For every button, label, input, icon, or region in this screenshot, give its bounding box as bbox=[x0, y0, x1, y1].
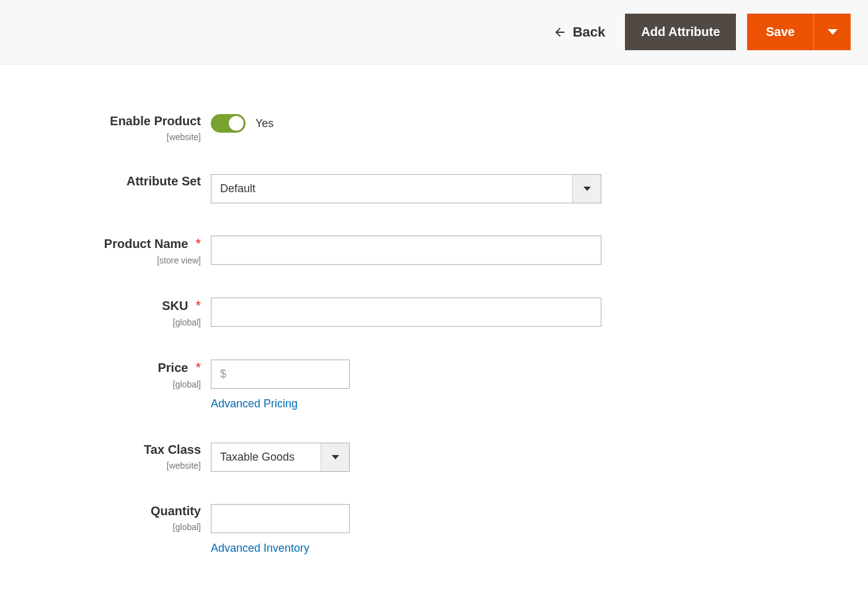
caret-down-icon bbox=[827, 29, 838, 36]
product-name-input[interactable] bbox=[211, 236, 601, 265]
top-toolbar: Back Add Attribute Save bbox=[0, 0, 868, 64]
advanced-inventory-link[interactable]: Advanced Inventory bbox=[211, 542, 350, 555]
product-name-scope: [store view] bbox=[25, 255, 201, 265]
enable-product-label: Enable Product bbox=[110, 114, 201, 128]
product-name-label: Product Name bbox=[104, 237, 188, 251]
enable-product-scope: [website] bbox=[25, 132, 201, 142]
save-button[interactable]: Save bbox=[747, 14, 813, 50]
required-star-icon: * bbox=[195, 236, 201, 252]
field-product-name: Product Name * [store view] bbox=[25, 236, 657, 265]
attribute-set-value: Default bbox=[211, 175, 572, 203]
price-scope: [global] bbox=[25, 379, 201, 389]
price-input[interactable] bbox=[211, 360, 350, 389]
toggle-knob bbox=[229, 116, 244, 131]
caret-down-icon bbox=[583, 186, 591, 192]
advanced-pricing-link[interactable]: Advanced Pricing bbox=[211, 397, 350, 410]
add-attribute-button[interactable]: Add Attribute bbox=[625, 14, 736, 50]
sku-scope: [global] bbox=[25, 317, 201, 327]
product-form: Enable Product [website] Yes Attribute S… bbox=[0, 64, 682, 615]
save-button-group: Save bbox=[747, 14, 851, 50]
back-button-label: Back bbox=[573, 24, 606, 40]
field-tax-class: Tax Class [website] Taxable Goods bbox=[25, 443, 657, 472]
tax-class-value: Taxable Goods bbox=[211, 443, 321, 471]
field-price: Price * [global] Advanced Pricing bbox=[25, 360, 657, 410]
arrow-left-icon bbox=[553, 25, 567, 39]
price-label: Price bbox=[158, 361, 188, 375]
tax-class-scope: [website] bbox=[25, 461, 201, 471]
enable-product-value: Yes bbox=[255, 117, 273, 130]
field-sku: SKU * [global] bbox=[25, 298, 657, 327]
attribute-set-label: Attribute Set bbox=[126, 174, 201, 188]
tax-class-caret bbox=[321, 443, 349, 471]
required-star-icon: * bbox=[195, 360, 201, 376]
sku-label: SKU bbox=[162, 299, 188, 313]
field-enable-product: Enable Product [website] Yes bbox=[25, 114, 657, 142]
attribute-set-caret bbox=[572, 175, 601, 203]
tax-class-label: Tax Class bbox=[144, 443, 201, 457]
field-attribute-set: Attribute Set Default bbox=[25, 174, 657, 203]
tax-class-select[interactable]: Taxable Goods bbox=[211, 443, 350, 472]
quantity-label: Quantity bbox=[151, 504, 201, 518]
quantity-input[interactable] bbox=[211, 504, 350, 533]
save-dropdown-button[interactable] bbox=[813, 14, 851, 50]
back-button[interactable]: Back bbox=[544, 18, 614, 46]
required-star-icon: * bbox=[195, 298, 201, 314]
field-quantity: Quantity [global] Advanced Inventory bbox=[25, 504, 657, 555]
enable-product-toggle[interactable] bbox=[211, 114, 246, 133]
caret-down-icon bbox=[331, 454, 340, 461]
attribute-set-select[interactable]: Default bbox=[211, 174, 601, 203]
sku-input[interactable] bbox=[211, 298, 601, 327]
quantity-scope: [global] bbox=[25, 522, 201, 532]
